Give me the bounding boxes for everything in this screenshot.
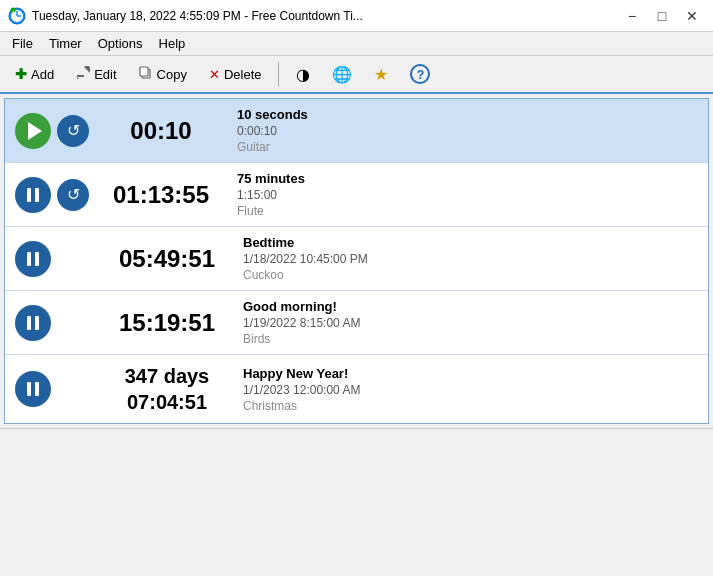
delete-button[interactable]: ✕ Delete: [200, 63, 271, 86]
timer-time-5: 347 days 07:04:51: [107, 363, 227, 415]
svg-rect-7: [84, 66, 90, 73]
copy-label: Copy: [157, 67, 187, 82]
timer-detail-1: 0:00:10: [237, 124, 308, 138]
timer-sound-5: Christmas: [243, 399, 360, 413]
timer-row: 15:19:51 Good morning! 1/19/2022 8:15:00…: [5, 291, 708, 355]
timer-info-2: 75 minutes 1:15:00 Flute: [237, 171, 305, 218]
add-icon: ✚: [15, 66, 27, 82]
timer-row: ↺ 00:10 10 seconds 0:00:10 Guitar: [5, 99, 708, 163]
menu-bar: File Timer Options Help: [0, 32, 713, 56]
globe-button[interactable]: 🌐: [323, 61, 361, 88]
pause-button-2[interactable]: [15, 177, 51, 213]
timer-info-5: Happy New Year! 1/1/2023 12:00:00 AM Chr…: [243, 366, 360, 413]
timer-time-5-line2: 07:04:51: [107, 389, 227, 415]
menu-options[interactable]: Options: [90, 34, 151, 53]
svg-rect-6: [77, 75, 84, 77]
timer-sound-3: Cuckoo: [243, 268, 368, 282]
timer-name-3: Bedtime: [243, 235, 368, 250]
status-bar: [0, 428, 713, 450]
add-label: Add: [31, 67, 54, 82]
timer-time-4: 15:19:51: [107, 309, 227, 337]
star-icon: ★: [374, 65, 388, 84]
timer-detail-3: 1/18/2022 10:45:00 PM: [243, 252, 368, 266]
timer-list: ↺ 00:10 10 seconds 0:00:10 Guitar ↺ 01:1…: [4, 98, 709, 424]
toolbar-separator: [278, 62, 279, 86]
play-button-1[interactable]: [15, 113, 51, 149]
help-button[interactable]: ?: [401, 60, 439, 88]
timer-info-3: Bedtime 1/18/2022 10:45:00 PM Cuckoo: [243, 235, 368, 282]
timer-name-4: Good morning!: [243, 299, 360, 314]
pause-icon: [27, 252, 39, 266]
timer-time-1: 00:10: [101, 117, 221, 145]
svg-rect-9: [140, 67, 148, 76]
pause-button-5[interactable]: [15, 371, 51, 407]
delete-icon: ✕: [209, 67, 220, 82]
star-button[interactable]: ★: [365, 61, 397, 88]
delete-label: Delete: [224, 67, 262, 82]
repeat-icon: ↺: [67, 185, 80, 204]
maximize-button[interactable]: □: [649, 6, 675, 26]
timer-info-4: Good morning! 1/19/2022 8:15:00 AM Birds: [243, 299, 360, 346]
repeat-icon: ↺: [67, 121, 80, 140]
timer-name-5: Happy New Year!: [243, 366, 360, 381]
copy-icon: [139, 66, 153, 83]
toolbar: ✚ Add Edit Copy ✕ Delete ◑ 🌐 ★ ?: [0, 56, 713, 94]
pause-button-3[interactable]: [15, 241, 51, 277]
globe-icon: 🌐: [332, 65, 352, 84]
repeat-button-1[interactable]: ↺: [57, 115, 89, 147]
timer-time-3: 05:49:51: [107, 245, 227, 273]
edit-label: Edit: [94, 67, 116, 82]
window-controls: − □ ✕: [619, 6, 705, 26]
menu-help[interactable]: Help: [151, 34, 194, 53]
timer-sound-2: Flute: [237, 204, 305, 218]
timer-detail-4: 1/19/2022 8:15:00 AM: [243, 316, 360, 330]
repeat-button-2[interactable]: ↺: [57, 179, 89, 211]
close-button[interactable]: ✕: [679, 6, 705, 26]
timer-time-5-line1: 347 days: [107, 363, 227, 389]
edit-button[interactable]: Edit: [67, 62, 125, 87]
timer-detail-2: 1:15:00: [237, 188, 305, 202]
timer-time-2: 01:13:55: [101, 181, 221, 209]
timer-row: ↺ 01:13:55 75 minutes 1:15:00 Flute: [5, 163, 708, 227]
halfcircle-button[interactable]: ◑: [287, 61, 319, 88]
timer-name-1: 10 seconds: [237, 107, 308, 122]
menu-file[interactable]: File: [4, 34, 41, 53]
copy-button[interactable]: Copy: [130, 62, 196, 87]
minimize-button[interactable]: −: [619, 6, 645, 26]
pause-icon: [27, 382, 39, 396]
timer-row: 05:49:51 Bedtime 1/18/2022 10:45:00 PM C…: [5, 227, 708, 291]
help-icon: ?: [410, 64, 430, 84]
timer-row: 347 days 07:04:51 Happy New Year! 1/1/20…: [5, 355, 708, 423]
timer-name-2: 75 minutes: [237, 171, 305, 186]
add-button[interactable]: ✚ Add: [6, 62, 63, 86]
app-icon: +: [8, 7, 26, 25]
title-bar-left: + Tuesday, January 18, 2022 4:55:09 PM -…: [8, 7, 363, 25]
pause-button-4[interactable]: [15, 305, 51, 341]
edit-icon: [76, 66, 90, 83]
timer-sound-1: Guitar: [237, 140, 308, 154]
title-bar: + Tuesday, January 18, 2022 4:55:09 PM -…: [0, 0, 713, 32]
pause-icon: [27, 316, 39, 330]
play-icon: [28, 122, 42, 140]
timer-detail-5: 1/1/2023 12:00:00 AM: [243, 383, 360, 397]
halfcircle-icon: ◑: [296, 65, 310, 84]
window-title: Tuesday, January 18, 2022 4:55:09 PM - F…: [32, 9, 363, 23]
pause-icon: [27, 188, 39, 202]
timer-info-1: 10 seconds 0:00:10 Guitar: [237, 107, 308, 154]
timer-sound-4: Birds: [243, 332, 360, 346]
menu-timer[interactable]: Timer: [41, 34, 90, 53]
